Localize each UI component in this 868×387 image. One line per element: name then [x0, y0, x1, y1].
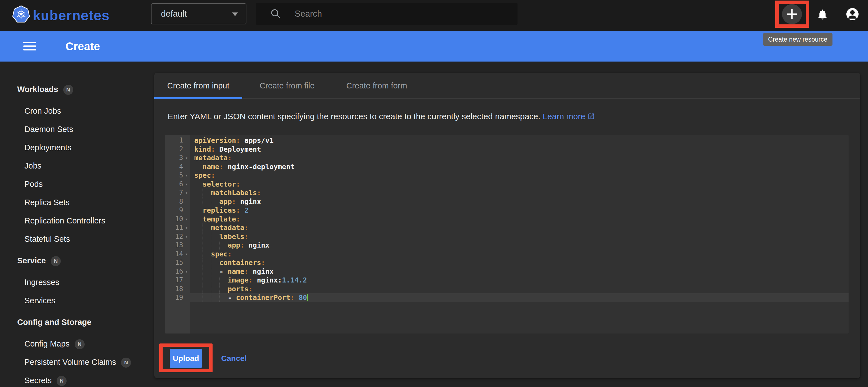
line-number-row: 1: [165, 136, 190, 145]
code-token: name: [203, 163, 219, 171]
code-line-13: app: nginx: [190, 241, 848, 250]
tab-create-from-form[interactable]: Create from form: [332, 73, 422, 99]
sidebar-section-workloads: WorkloadsN: [0, 80, 154, 98]
line-number: 10: [175, 215, 183, 224]
search-box[interactable]: [256, 3, 518, 25]
line-number: 14: [175, 250, 183, 259]
fold-arrow-icon[interactable]: ▾: [183, 267, 190, 276]
code-line-7: matchLabels:: [190, 188, 848, 198]
sidebar-label: Secrets: [24, 376, 52, 385]
sidebar-item-deployments[interactable]: Deployments: [0, 138, 154, 156]
fold-arrow-icon[interactable]: ▾: [183, 171, 190, 180]
code-token: :: [211, 171, 215, 179]
learn-more-link[interactable]: Learn more: [543, 112, 595, 121]
code-token: :: [219, 163, 223, 171]
indent-spacer: [194, 250, 203, 259]
code-token: :: [245, 224, 249, 232]
indent-spacer: [194, 206, 203, 215]
indent-guide: [219, 241, 227, 250]
code-token: replicas: [203, 206, 236, 214]
sidebar: WorkloadsNCron JobsDaemon SetsDeployment…: [0, 62, 154, 387]
fold-arrow-icon[interactable]: ▾: [183, 250, 190, 259]
line-number-row: 9: [165, 206, 190, 215]
yaml-editor[interactable]: 123▾45▾6▾7▾8910▾11▾12▾1314▾1516▾171819 a…: [165, 135, 848, 333]
sidebar-item-ingresses[interactable]: Ingresses: [0, 273, 154, 291]
tab-create-from-file[interactable]: Create from file: [242, 73, 332, 99]
code-token: 2: [245, 206, 249, 214]
code-token: image: [227, 276, 248, 284]
menu-button[interactable]: [23, 42, 36, 51]
code-line-19: - containerPort: 80: [190, 293, 848, 302]
line-number: 12: [175, 232, 183, 241]
line-number-row: 17: [165, 276, 190, 285]
search-input[interactable]: [295, 3, 511, 25]
code-token: apiVersion: [194, 136, 236, 144]
fold-arrow-empty: [183, 285, 190, 293]
namespaced-badge: N: [75, 339, 85, 349]
sidebar-item-jobs[interactable]: Jobs: [0, 156, 154, 175]
sidebar-item-replication-controllers[interactable]: Replication Controllers: [0, 212, 154, 230]
indent-spacer: [194, 180, 203, 189]
indent-spacer: [194, 232, 203, 241]
sidebar-item-cron-jobs[interactable]: Cron Jobs: [0, 102, 154, 120]
sidebar-item-stateful-sets[interactable]: Stateful Sets: [0, 230, 154, 248]
fold-arrow-empty: [183, 145, 190, 154]
fold-arrow-icon[interactable]: ▾: [183, 180, 190, 189]
fold-arrow-icon[interactable]: ▾: [183, 232, 190, 241]
indent-guide: [211, 267, 219, 276]
code-token: containerPort: [236, 293, 290, 302]
code-token: :: [240, 241, 245, 249]
code-token: :: [232, 198, 236, 206]
sidebar-label: Services: [24, 296, 55, 305]
line-number-row: 4: [165, 163, 190, 171]
instruction-label: Enter YAML or JSON content specifying th…: [167, 112, 540, 121]
code-line-9: replicas: 2: [190, 206, 848, 215]
indent-guide: [211, 198, 219, 206]
line-number-row: 10▾: [165, 215, 190, 224]
sidebar-label: Persistent Volume Claims: [24, 358, 116, 366]
indent-guide: [219, 285, 227, 293]
cancel-button[interactable]: Cancel: [221, 349, 247, 368]
line-number: 2: [179, 145, 183, 154]
sidebar-item-secrets[interactable]: SecretsN: [0, 371, 154, 387]
fold-arrow-icon[interactable]: ▾: [183, 153, 190, 163]
indent-spacer: [194, 276, 203, 285]
code-token: template: [203, 215, 236, 223]
create-card: Create from inputCreate from fileCreate …: [154, 73, 860, 378]
namespace-select[interactable]: default: [151, 3, 246, 24]
notifications-bell-icon[interactable]: [816, 8, 829, 21]
sidebar-item-replica-sets[interactable]: Replica Sets: [0, 193, 154, 212]
code-token: [240, 206, 245, 214]
line-number: 13: [175, 241, 183, 250]
indent-spacer: [194, 223, 203, 232]
indent-guide: [211, 258, 219, 267]
line-number-row: 13: [165, 241, 190, 250]
sidebar-item-pods[interactable]: Pods: [0, 175, 154, 193]
indent-guide: [203, 267, 211, 276]
code-line-11: metadata:: [190, 223, 848, 232]
sidebar-item-config-maps[interactable]: Config MapsN: [0, 335, 154, 353]
line-number: 18: [175, 285, 183, 293]
indent-guide: [203, 198, 211, 206]
code-token: :: [249, 276, 253, 284]
code-token: name: [227, 268, 244, 276]
code-token: nginx:: [253, 276, 282, 284]
sidebar-item-persistent-volume-claims[interactable]: Persistent Volume ClaimsN: [0, 353, 154, 371]
fold-arrow-icon[interactable]: ▾: [183, 215, 190, 224]
sidebar-label: Workloads: [17, 85, 58, 94]
indent-guide: [203, 276, 211, 285]
line-number: 4: [179, 163, 183, 171]
code-token: 80: [299, 293, 307, 302]
tab-create-from-input[interactable]: Create from input: [154, 73, 242, 99]
code-token: :: [227, 250, 232, 258]
indent-spacer: [194, 198, 203, 206]
code-token: selector: [203, 180, 236, 188]
fold-arrow-icon[interactable]: ▾: [183, 223, 190, 232]
sidebar-section-config-and-storage: Config and Storage: [0, 313, 154, 331]
account-icon[interactable]: [846, 7, 859, 21]
sidebar-item-daemon-sets[interactable]: Daemon Sets: [0, 120, 154, 138]
sidebar-item-services[interactable]: Services: [0, 291, 154, 310]
fold-arrow-icon[interactable]: ▾: [183, 188, 190, 198]
indent-guide: [211, 241, 219, 250]
line-number-row: 16▾: [165, 267, 190, 276]
